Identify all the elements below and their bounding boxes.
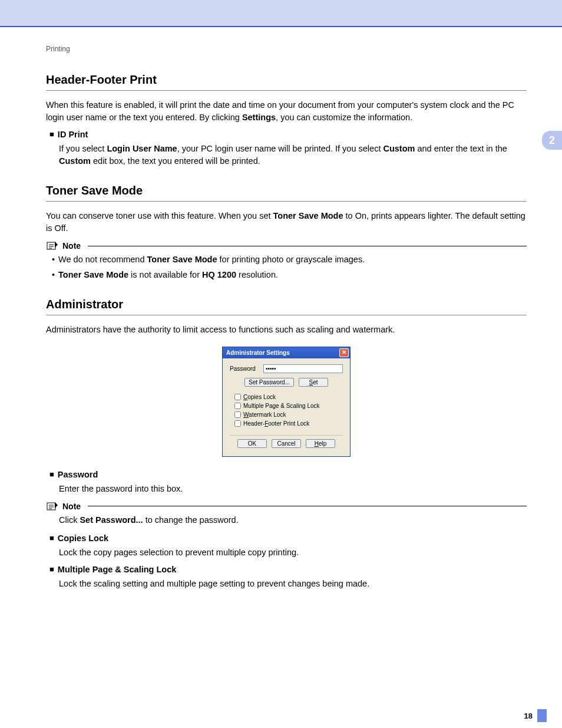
note-set-password: Click Set Password... to change the pass… (59, 514, 527, 526)
dialog-titlebar[interactable]: Administrator Settings ✕ (223, 347, 350, 358)
note-item: •We do not recommend Toner Save Mode for… (52, 253, 527, 265)
bullet-password: ■Password (49, 470, 527, 479)
mps-lock-desc: Lock the scaling setting and multiple pa… (59, 578, 527, 590)
footer-tab (537, 709, 547, 722)
bullet-mps-lock: ■Multiple Page & Scaling Lock (49, 565, 527, 574)
password-label: Password (230, 365, 259, 372)
pencil-note-icon (46, 501, 59, 512)
pencil-note-icon (46, 241, 59, 251)
section-title-header-footer: Header-Footer Print (46, 73, 527, 87)
section-title-administrator: Administrator (46, 298, 527, 311)
checkbox-row-mps-lock[interactable]: Multiple Page & Scaling Lock (234, 403, 343, 409)
copies-lock-desc: Lock the copy pages selection to prevent… (59, 546, 527, 559)
administrator-settings-dialog: Administrator Settings ✕ Password Set Pa… (222, 347, 351, 457)
section-title-toner-save: Toner Save Mode (46, 184, 527, 197)
checkbox-row-watermark-lock[interactable]: Watermark Lock (234, 411, 343, 418)
id-print-desc: If you select Login User Name, your PC l… (59, 143, 527, 167)
help-button[interactable]: Help (306, 439, 335, 448)
note-heading: Note (46, 241, 527, 251)
copies-lock-checkbox[interactable] (234, 394, 241, 400)
header-band (0, 0, 562, 26)
ok-button[interactable]: OK (237, 439, 267, 448)
section-body-toner-save: You can conserve toner use with this fea… (46, 210, 527, 235)
password-input[interactable] (263, 364, 343, 373)
checkbox-row-headerfooter-lock[interactable]: Header-Footer Print Lock (234, 420, 343, 427)
set-password-button[interactable]: Set Password... (244, 378, 294, 387)
section-rule (46, 201, 527, 202)
note-heading: Note (46, 501, 527, 512)
cancel-button[interactable]: Cancel (272, 439, 301, 448)
section-rule (46, 90, 527, 91)
mps-lock-checkbox[interactable] (234, 403, 241, 409)
note-item: •Toner Save Mode is not available for HQ… (52, 269, 527, 281)
checkbox-row-copies-lock[interactable]: Copies Lock (234, 394, 343, 400)
page-number: 18 (524, 711, 533, 720)
breadcrumb: Printing (46, 45, 527, 53)
dialog-title: Administrator Settings (226, 350, 290, 356)
headerfooter-lock-checkbox[interactable] (234, 420, 241, 427)
set-button[interactable]: Set (299, 378, 328, 387)
page-footer: 18 (524, 709, 547, 722)
close-icon[interactable]: ✕ (339, 348, 349, 357)
password-desc: Enter the password into this box. (59, 483, 527, 495)
bullet-copies-lock: ■Copies Lock (49, 533, 527, 543)
bullet-id-print: ■ID Print (49, 130, 527, 139)
section-body-administrator: Administrators have the authority to lim… (46, 324, 527, 336)
section-body-header-footer: When this feature is enabled, it will pr… (46, 99, 527, 124)
watermark-lock-checkbox[interactable] (234, 411, 241, 418)
section-rule (46, 315, 527, 315)
